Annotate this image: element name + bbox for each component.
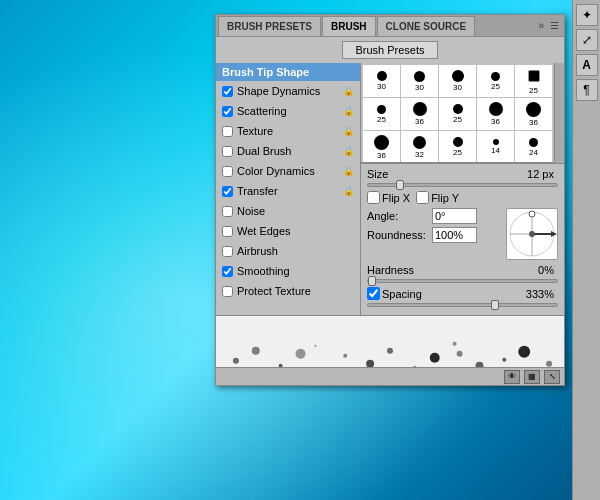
label-protect-texture: Protect Texture xyxy=(237,285,354,297)
svg-point-25 xyxy=(314,345,316,347)
brush-size: 25 xyxy=(453,148,462,157)
option-color-dynamics[interactable]: Color Dynamics 🔒 xyxy=(216,161,360,181)
spacing-check-group: Spacing xyxy=(367,287,422,300)
brush-cell[interactable]: 25 xyxy=(477,65,514,97)
lock-icon-color-dynamics: 🔒 xyxy=(343,166,354,176)
label-wet-edges: Wet Edges xyxy=(237,225,354,237)
angle-widget[interactable] xyxy=(506,208,558,260)
brush-cell[interactable]: 25 xyxy=(515,65,552,97)
brush-cell[interactable]: 32 xyxy=(401,131,438,163)
svg-point-21 xyxy=(502,358,506,362)
brush-shape xyxy=(453,137,463,147)
left-column: Brush Tip Shape Shape Dynamics 🔒 Scatter… xyxy=(216,63,361,315)
label-dual-brush: Dual Brush xyxy=(237,145,343,157)
brush-shape xyxy=(414,71,425,82)
option-wet-edges[interactable]: Wet Edges xyxy=(216,221,360,241)
option-shape-dynamics[interactable]: Shape Dynamics 🔒 xyxy=(216,81,360,101)
hardness-slider[interactable] xyxy=(367,279,558,283)
option-airbrush[interactable]: Airbrush xyxy=(216,241,360,261)
checkbox-dual-brush[interactable] xyxy=(222,146,233,157)
brush-presets-button[interactable]: Brush Presets xyxy=(342,41,437,59)
flip-x-checkbox[interactable] xyxy=(367,191,380,204)
brush-scrollbar[interactable] xyxy=(554,63,564,163)
brush-shape xyxy=(529,138,538,147)
svg-point-23 xyxy=(546,361,552,367)
brush-cell[interactable]: 25 xyxy=(439,98,476,130)
brush-cell[interactable]: 36 xyxy=(363,131,400,163)
hardness-value: 0% xyxy=(437,264,558,276)
brush-cell[interactable]: 36 xyxy=(401,98,438,130)
brush-shape xyxy=(374,135,389,150)
brush-cell[interactable]: 30 xyxy=(401,65,438,97)
brush-shape xyxy=(491,72,500,81)
option-protect-texture[interactable]: Protect Texture xyxy=(216,281,360,301)
svg-point-10 xyxy=(252,347,260,355)
tab-overflow-arrow[interactable]: » xyxy=(535,20,547,31)
angle-label: Angle: xyxy=(367,210,432,222)
brush-cell[interactable]: 36 xyxy=(515,98,552,130)
brush-cell[interactable]: 25 xyxy=(363,98,400,130)
svg-point-16 xyxy=(387,348,393,354)
size-value: 12 px xyxy=(437,168,558,180)
flip-y-checkbox[interactable] xyxy=(416,191,429,204)
brush-cell[interactable]: 14 xyxy=(477,131,514,163)
roundness-row: Roundness: xyxy=(367,227,502,243)
toolbar-btn-3[interactable]: A xyxy=(576,54,598,76)
spacing-slider-thumb[interactable] xyxy=(491,300,499,310)
tab-brush-presets[interactable]: BRUSH PRESETS xyxy=(218,16,321,36)
tab-clone-source[interactable]: CLONE SOURCE xyxy=(377,16,476,36)
brush-cell[interactable]: 25 xyxy=(439,131,476,163)
option-scattering[interactable]: Scattering 🔒 xyxy=(216,101,360,121)
hardness-slider-thumb[interactable] xyxy=(368,276,376,286)
angle-crosshair xyxy=(507,209,557,259)
brush-panel: BRUSH PRESETS BRUSH CLONE SOURCE » ☰ Bru… xyxy=(215,14,565,386)
option-noise[interactable]: Noise xyxy=(216,201,360,221)
checkbox-smoothing[interactable] xyxy=(222,266,233,277)
checkbox-transfer[interactable] xyxy=(222,186,233,197)
spacing-slider[interactable] xyxy=(367,303,558,307)
flip-row: Flip X Flip Y xyxy=(367,191,558,204)
option-smoothing[interactable]: Smoothing xyxy=(216,261,360,281)
brush-shape xyxy=(453,104,463,114)
brush-cell[interactable]: 30 xyxy=(363,65,400,97)
brush-cell[interactable]: 36 xyxy=(477,98,514,130)
brush-cell[interactable]: 30 xyxy=(439,65,476,97)
checkbox-shape-dynamics[interactable] xyxy=(222,86,233,97)
label-scattering: Scattering xyxy=(237,105,343,117)
checkbox-noise[interactable] xyxy=(222,206,233,217)
option-transfer[interactable]: Transfer 🔒 xyxy=(216,181,360,201)
roundness-field[interactable] xyxy=(432,227,477,243)
angle-field[interactable] xyxy=(432,208,477,224)
spacing-label: Spacing xyxy=(382,288,422,300)
eye-icon[interactable]: 👁 xyxy=(504,370,520,384)
tab-brush[interactable]: BRUSH xyxy=(322,16,376,36)
toolbar-btn-1[interactable]: ✦ xyxy=(576,4,598,26)
option-texture[interactable]: Texture 🔒 xyxy=(216,121,360,141)
checkbox-airbrush[interactable] xyxy=(222,246,233,257)
lock-icon-texture: 🔒 xyxy=(343,126,354,136)
panel-body: Brush Tip Shape Shape Dynamics 🔒 Scatter… xyxy=(216,63,564,315)
size-slider[interactable] xyxy=(367,183,558,187)
hardness-setting: Hardness 0% xyxy=(367,264,558,276)
checkbox-wet-edges[interactable] xyxy=(222,226,233,237)
checkbox-color-dynamics[interactable] xyxy=(222,166,233,177)
brush-tip-shape-header[interactable]: Brush Tip Shape xyxy=(216,63,360,81)
tab-bar: BRUSH PRESETS BRUSH CLONE SOURCE » ☰ xyxy=(216,15,564,37)
toolbar-btn-2[interactable]: ⤢ xyxy=(576,29,598,51)
angle-roundness-row: Angle: Roundness: xyxy=(367,208,558,260)
tab-menu-arrow[interactable]: ☰ xyxy=(547,20,562,31)
checkbox-protect-texture[interactable] xyxy=(222,286,233,297)
grid-icon[interactable]: ▦ xyxy=(524,370,540,384)
option-dual-brush[interactable]: Dual Brush 🔒 xyxy=(216,141,360,161)
settings-area: Size 12 px Flip X Flip Y xyxy=(361,164,564,315)
size-slider-thumb[interactable] xyxy=(396,180,404,190)
spacing-checkbox[interactable] xyxy=(367,287,380,300)
checkbox-texture[interactable] xyxy=(222,126,233,137)
checkbox-scattering[interactable] xyxy=(222,106,233,117)
hardness-label: Hardness xyxy=(367,264,437,276)
svg-point-27 xyxy=(453,342,457,346)
toolbar-btn-4[interactable]: ¶ xyxy=(576,79,598,101)
lock-icon-dual-brush: 🔒 xyxy=(343,146,354,156)
brush-cell[interactable]: 24 xyxy=(515,131,552,163)
expand-icon[interactable]: ⤡ xyxy=(544,370,560,384)
